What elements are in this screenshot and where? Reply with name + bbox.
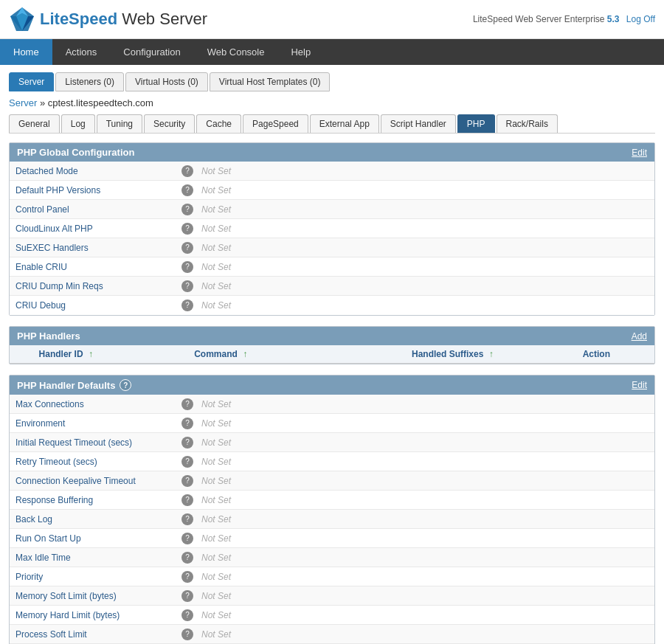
tab-server[interactable]: Server	[9, 72, 54, 91]
version-label: LiteSpeed Web Server Enterprise	[473, 14, 605, 24]
help-icon[interactable]: ?	[181, 418, 193, 429]
config-label: Response Buffering	[10, 492, 179, 508]
help-icon[interactable]: ?	[181, 223, 193, 235]
help-cell: ?	[179, 494, 196, 506]
nav-configuration[interactable]: Configuration	[110, 39, 193, 65]
config-value: Not Set	[196, 221, 237, 237]
breadcrumb-separator: »	[37, 97, 47, 108]
help-cell: ?	[179, 204, 196, 215]
help-icon[interactable]: ?	[181, 609, 193, 621]
help-icon[interactable]: ?	[181, 398, 193, 410]
sub-tab-php[interactable]: PHP	[457, 114, 495, 133]
help-icon[interactable]: ?	[181, 590, 193, 602]
breadcrumb-server[interactable]: Server	[9, 97, 37, 108]
col-handler-id: Handler ID ↑	[33, 345, 189, 364]
config-label: Initial Request Timeout (secs)	[10, 434, 179, 451]
help-icon[interactable]: ?	[181, 261, 193, 273]
help-cell: ?	[179, 590, 196, 602]
help-icon[interactable]: ?	[181, 165, 193, 177]
php-handlers-title: PHP Handlers	[17, 330, 80, 342]
help-cell: ?	[179, 165, 196, 177]
php-global-edit-button[interactable]: Edit	[632, 148, 647, 158]
tab-virtual-host-templates[interactable]: Virtual Host Templates (0)	[210, 72, 331, 91]
php-global-rows: Detached Mode ? Not Set Default PHP Vers…	[10, 162, 654, 315]
help-icon[interactable]: ?	[181, 494, 193, 506]
help-icon[interactable]: ?	[181, 571, 193, 583]
table-row: Max Idle Time ? Not Set	[10, 548, 654, 567]
nav-help[interactable]: Help	[277, 39, 324, 65]
help-icon[interactable]: ?	[181, 552, 193, 564]
table-row: CRIU Debug ? Not Set	[10, 296, 654, 315]
tab-virtual-hosts[interactable]: Virtual Hosts (0)	[125, 72, 208, 91]
table-row: CRIU Dump Min Reqs ? Not Set	[10, 277, 654, 296]
version-number: 5.3	[607, 14, 620, 24]
sub-tab-external-app[interactable]: External App	[310, 114, 379, 133]
help-cell: ?	[179, 571, 196, 583]
col-command: Command ↑	[188, 345, 406, 364]
php-handler-defaults-title: PHP Handler Defaults	[17, 380, 115, 391]
table-row: Detached Mode ? Not Set	[10, 162, 654, 181]
config-label: Enable CRIU	[10, 259, 179, 275]
help-icon[interactable]: ?	[181, 629, 193, 640]
sub-tab-log[interactable]: Log	[61, 114, 95, 133]
config-label: Memory Soft Limit (bytes)	[10, 588, 179, 604]
sort-handled-suffixes[interactable]: ↑	[489, 349, 494, 359]
php-handler-defaults-edit-button[interactable]: Edit	[632, 380, 647, 390]
logo-icon	[9, 6, 35, 32]
breadcrumb: Server » cptest.litespeedtech.com	[9, 97, 655, 108]
help-icon[interactable]: ?	[181, 280, 193, 292]
php-global-title: PHP Global Configuration	[17, 147, 134, 158]
sub-tab-pagespeed[interactable]: PageSpeed	[243, 114, 308, 133]
nav-actions[interactable]: Actions	[52, 39, 111, 65]
config-label: Memory Hard Limit (bytes)	[10, 607, 179, 623]
table-row: Run On Start Up ? Not Set	[10, 529, 654, 548]
help-icon[interactable]: ?	[181, 437, 193, 449]
help-icon[interactable]: ?	[181, 475, 193, 487]
sort-command[interactable]: ↑	[243, 349, 247, 359]
table-row: Priority ? Not Set	[10, 567, 654, 586]
php-handler-defaults-help-icon[interactable]: ?	[120, 379, 131, 391]
help-cell: ?	[179, 609, 196, 621]
nav-home[interactable]: Home	[0, 39, 52, 65]
logo: LiteSpeed Web Server	[9, 6, 207, 32]
config-label: Max Idle Time	[10, 550, 179, 566]
config-value: Not Set	[196, 473, 237, 489]
config-value: Not Set	[196, 297, 237, 314]
php-handler-defaults-title-group: PHP Handler Defaults ?	[17, 379, 131, 391]
table-row: Control Panel ? Not Set	[10, 200, 654, 219]
sub-tab-rack-rails[interactable]: Rack/Rails	[497, 114, 558, 133]
sub-tab-tuning[interactable]: Tuning	[97, 114, 142, 133]
help-cell: ?	[179, 629, 196, 640]
php-handlers-section: PHP Handlers Add Handler ID ↑ Command ↑ …	[9, 326, 655, 364]
logout-link[interactable]: Log Off	[626, 14, 655, 24]
config-label: Control Panel	[10, 201, 179, 218]
help-icon[interactable]: ?	[181, 300, 193, 311]
config-label: CloudLinux Alt PHP	[10, 221, 179, 237]
php-handlers-add-button[interactable]: Add	[632, 331, 647, 342]
nav-webconsole[interactable]: Web Console	[194, 39, 278, 65]
tab-listeners[interactable]: Listeners (0)	[55, 72, 124, 91]
main-content: Server Listeners (0) Virtual Hosts (0) V…	[0, 65, 664, 644]
help-cell: ?	[179, 261, 196, 273]
table-row: SuEXEC Handlers ? Not Set	[10, 238, 654, 257]
help-icon[interactable]: ?	[181, 513, 193, 525]
breadcrumb-host: cptest.litespeedtech.com	[48, 97, 153, 108]
help-icon[interactable]: ?	[181, 242, 193, 254]
sub-tab-script-handler[interactable]: Script Handler	[381, 114, 456, 133]
sub-tab-cache[interactable]: Cache	[196, 114, 241, 133]
help-icon[interactable]: ?	[181, 533, 193, 544]
help-icon[interactable]: ?	[181, 456, 193, 468]
config-value: Not Set	[196, 569, 237, 585]
config-label: Retry Timeout (secs)	[10, 454, 179, 470]
config-value: Not Set	[196, 530, 237, 547]
sub-tab-general[interactable]: General	[9, 114, 60, 133]
help-cell: ?	[179, 184, 196, 196]
col-num	[10, 345, 33, 364]
help-icon[interactable]: ?	[181, 204, 193, 215]
config-label: Connection Keepalive Timeout	[10, 473, 179, 489]
help-icon[interactable]: ?	[181, 184, 193, 196]
config-value: Not Set	[196, 278, 237, 294]
sort-handler-id[interactable]: ↑	[89, 349, 93, 359]
config-label: Detached Mode	[10, 163, 179, 179]
sub-tab-security[interactable]: Security	[144, 114, 195, 133]
